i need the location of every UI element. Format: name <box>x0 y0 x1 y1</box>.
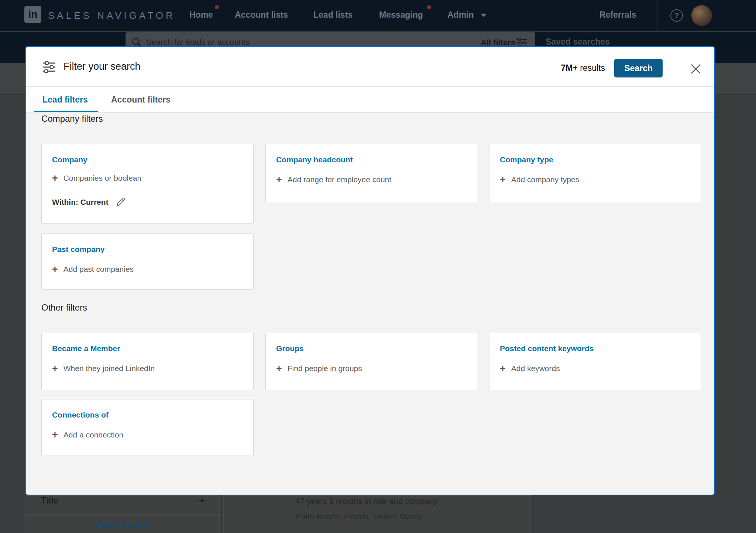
filter-card-posted-content-keywords: Posted content keywords + Add keywords <box>489 333 701 390</box>
add-companies-button[interactable]: + Companies or boolean <box>52 174 141 183</box>
sidebar-title-expand-icon[interactable]: + <box>199 494 205 507</box>
plus-icon: + <box>276 176 282 183</box>
linkedin-logo-text: in <box>28 8 38 20</box>
tab-account-filters[interactable]: Account filters <box>111 95 171 105</box>
sidebar-divider <box>25 515 219 516</box>
sidebar-title-filter-label: Title <box>41 496 58 506</box>
results-count-number: 7M+ <box>561 63 577 73</box>
add-row-label: Add past companies <box>63 265 134 274</box>
add-row-label: Companies or boolean <box>63 174 141 183</box>
help-icon-glyph: ? <box>674 11 679 20</box>
lead-result-fragment: 47 years 9 months in role and company Pa… <box>223 495 531 533</box>
home-notification-dot <box>215 5 219 9</box>
add-joined-date-button[interactable]: + When they joined LinkedIn <box>52 364 155 373</box>
plus-icon: + <box>52 431 58 439</box>
add-row-label: Add a connection <box>63 430 123 439</box>
linkedin-logo[interactable]: in <box>24 6 41 23</box>
plus-icon: + <box>500 365 506 372</box>
help-icon[interactable]: ? <box>670 9 683 22</box>
add-row-label: When they joined LinkedIn <box>63 364 155 373</box>
filter-card-title[interactable]: Company headcount <box>276 155 353 164</box>
filter-card-title[interactable]: Connections of <box>52 411 109 419</box>
nav-item-account-lists[interactable]: Account lists <box>235 10 288 20</box>
add-past-companies-button[interactable]: + Add past companies <box>52 265 134 274</box>
filter-card-title[interactable]: Company type <box>500 155 553 164</box>
filter-card-connections-of: Connections of + Add a connection <box>41 399 254 456</box>
lead-location-text: Palm Beach, Florida, United States <box>296 512 422 522</box>
plus-icon: + <box>276 365 282 372</box>
add-row-label: Add company types <box>511 175 579 184</box>
chevron-down-icon <box>481 14 487 17</box>
brand-title: SALES NAVIGATOR <box>48 10 175 21</box>
filter-card-title[interactable]: Became a Member <box>52 344 120 353</box>
filter-card-became-a-member: Became a Member + When they joined Linke… <box>41 333 254 390</box>
saved-searches-link[interactable]: Saved searches <box>546 37 610 47</box>
nav-item-lead-lists[interactable]: Lead lists <box>313 10 353 20</box>
add-keywords-button[interactable]: + Add keywords <box>500 364 560 373</box>
results-count-label: results <box>580 63 605 73</box>
add-row-label: Add keywords <box>511 364 560 373</box>
section-heading-other-filters: Other filters <box>41 302 87 313</box>
edit-pencil-icon[interactable] <box>116 197 126 207</box>
filter-card-title[interactable]: Past company <box>52 245 104 254</box>
section-heading-company-filters: Company filters <box>41 114 103 124</box>
nav-item-home[interactable]: Home <box>189 10 213 20</box>
filter-search-modal: Filter your search 7M+ results Search Le… <box>25 46 715 495</box>
within-current-setting: Within: Current <box>52 197 126 207</box>
filter-card-groups: Groups + Find people in groups <box>265 333 477 390</box>
nav-item-admin[interactable]: Admin <box>447 10 474 20</box>
plus-icon: + <box>52 266 58 273</box>
add-a-connection-button[interactable]: + Add a connection <box>52 430 123 439</box>
filter-sliders-icon <box>42 61 56 73</box>
add-company-types-button[interactable]: + Add company types <box>500 175 579 184</box>
filter-card-past-company: Past company + Add past companies <box>41 233 254 290</box>
lead-tenure-text: 47 years 9 months in role and company <box>296 496 438 506</box>
messaging-notification-dot <box>427 5 431 9</box>
results-count: 7M+ results <box>561 63 605 73</box>
add-row-label: Find people in groups <box>288 364 362 373</box>
plus-icon: + <box>52 174 58 182</box>
filter-card-company-headcount: Company headcount + Add range for employ… <box>265 144 477 202</box>
view-all-filters-link[interactable]: View all filters <box>25 520 219 530</box>
search-button[interactable]: Search <box>614 59 663 77</box>
find-people-in-groups-button[interactable]: + Find people in groups <box>276 364 362 373</box>
filter-card-title[interactable]: Posted content keywords <box>500 344 594 353</box>
filters-sidebar-fragment: Title + View all filters <box>25 495 220 533</box>
nav-divider <box>657 0 658 31</box>
within-current-label: Within: Current <box>52 198 109 207</box>
modal-tab-bar: Lead filters Account filters <box>26 87 714 113</box>
user-avatar[interactable] <box>691 5 712 26</box>
filter-card-title[interactable]: Groups <box>276 344 304 353</box>
tab-lead-filters[interactable]: Lead filters <box>42 95 88 105</box>
close-icon[interactable] <box>689 62 702 76</box>
plus-icon: + <box>500 176 506 183</box>
filter-card-title[interactable]: Company <box>52 155 87 164</box>
nav-item-messaging[interactable]: Messaging <box>379 10 423 20</box>
add-headcount-range-button[interactable]: + Add range for employee count <box>276 175 391 184</box>
active-tab-underline <box>34 111 98 112</box>
nav-item-referrals[interactable]: Referrals <box>599 10 636 20</box>
filter-card-company-type: Company type + Add company types <box>489 144 701 202</box>
top-navigation-bar: in SALES NAVIGATOR Home Account lists Le… <box>0 0 756 31</box>
modal-title: Filter your search <box>63 61 141 72</box>
modal-header: Filter your search 7M+ results Search <box>26 47 714 87</box>
plus-icon: + <box>52 365 58 372</box>
add-row-label: Add range for employee count <box>288 175 391 184</box>
filter-card-company: Company + Companies or boolean Within: C… <box>41 144 254 224</box>
